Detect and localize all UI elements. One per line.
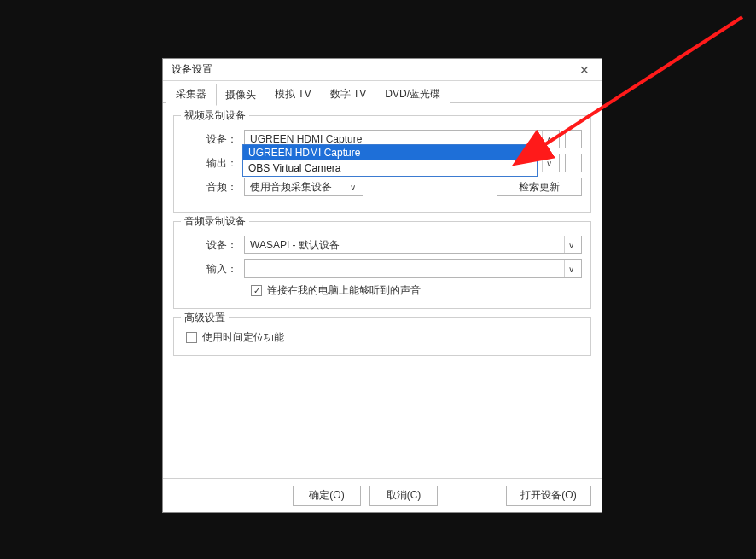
check-icon: ✓ [253, 286, 260, 295]
dialog-content: 视频录制设备 设备： UGREEN HDMI Capture ∧ UGREEN … [163, 103, 602, 478]
chevron-up-icon: ∧ [542, 131, 555, 148]
audio-group-title: 音频录制设备 [181, 214, 249, 229]
dropdown-option-obs[interactable]: OBS Virtual Camera [243, 160, 537, 176]
video-audio-value: 使用音频采集设备 [250, 180, 332, 195]
video-device-props-button[interactable] [565, 130, 582, 148]
open-device-button[interactable]: 打开设备(O) [506, 486, 591, 506]
audio-group: 音频录制设备 设备： WASAPI - 默认设备 ∨ 输入： ∨ ✓ [173, 221, 591, 309]
tab-digital-tv[interactable]: 数字 TV [321, 83, 376, 105]
audio-input-row: 输入： ∨ [183, 259, 582, 278]
time-seek-row: 使用时间定位功能 [186, 330, 582, 345]
audio-monitor-label: 连接在我的电脑上能够听到的声音 [267, 283, 421, 298]
chevron-down-icon: ∨ [564, 236, 578, 253]
video-audio-row: 音频： 使用音频采集设备 ∨ 检索更新 [183, 178, 582, 196]
audio-device-combo[interactable]: WASAPI - 默认设备 ∨ [244, 236, 582, 254]
video-device-label: 设备： [183, 132, 244, 147]
close-icon: ✕ [579, 63, 590, 77]
dropdown-option-ugreen[interactable]: UGREEN HDMI Capture [243, 145, 537, 160]
tab-analog-tv[interactable]: 模拟 TV [265, 83, 321, 105]
video-audio-label: 音频： [183, 180, 244, 195]
time-seek-label: 使用时间定位功能 [202, 330, 284, 345]
tab-dvd[interactable]: DVD/蓝光碟 [375, 83, 450, 105]
audio-device-value: WASAPI - 默认设备 [250, 238, 340, 253]
video-device-dropdown[interactable]: UGREEN HDMI Capture OBS Virtual Camera [242, 144, 538, 177]
device-settings-dialog: 设备设置 ✕ 采集器 摄像头 模拟 TV 数字 TV DVD/蓝光碟 视频录制设… [162, 58, 602, 513]
audio-input-combo[interactable]: ∨ [244, 259, 582, 278]
video-audio-combo[interactable]: 使用音频采集设备 ∨ [244, 178, 363, 196]
video-output-label: 输出： [183, 156, 244, 171]
audio-monitor-checkbox[interactable]: ✓ [251, 285, 262, 296]
tab-capture[interactable]: 采集器 [166, 83, 216, 105]
chevron-down-icon: ∨ [346, 178, 359, 195]
audio-monitor-row: ✓ 连接在我的电脑上能够听到的声音 [251, 283, 582, 298]
video-group-title: 视频录制设备 [181, 108, 249, 123]
dialog-footer: 确定(O) 取消(C) 打开设备(O) [163, 478, 602, 512]
audio-input-label: 输入： [183, 262, 244, 277]
ok-button[interactable]: 确定(O) [293, 486, 361, 506]
tab-bar: 采集器 摄像头 模拟 TV 数字 TV DVD/蓝光碟 [163, 81, 602, 103]
tab-camera[interactable]: 摄像头 [216, 84, 265, 106]
advanced-group: 高级设置 使用时间定位功能 [173, 317, 591, 356]
time-seek-checkbox[interactable] [186, 332, 197, 343]
cancel-button[interactable]: 取消(C) [369, 486, 438, 506]
chevron-down-icon: ∨ [542, 154, 555, 172]
close-button[interactable]: ✕ [573, 61, 596, 79]
titlebar: 设备设置 ✕ [163, 59, 602, 81]
search-update-button[interactable]: 检索更新 [497, 178, 582, 196]
video-device-value: UGREEN HDMI Capture [250, 133, 362, 145]
audio-device-row: 设备： WASAPI - 默认设备 ∨ [183, 236, 582, 254]
dialog-title: 设备设置 [172, 62, 212, 77]
video-group: 视频录制设备 设备： UGREEN HDMI Capture ∧ UGREEN … [173, 115, 591, 213]
advanced-group-title: 高级设置 [181, 311, 229, 325]
video-output-props-button[interactable] [565, 154, 582, 172]
chevron-down-icon: ∨ [564, 260, 578, 277]
audio-device-label: 设备： [183, 238, 244, 253]
